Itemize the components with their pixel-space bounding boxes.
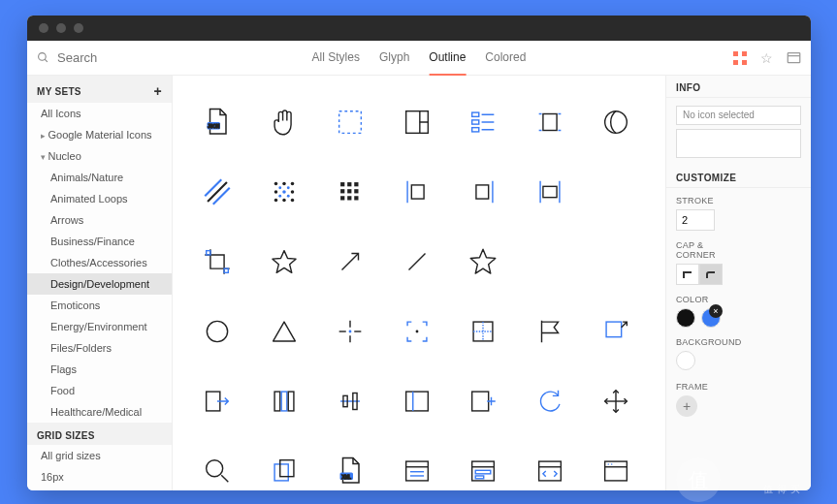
cap-round-button[interactable] xyxy=(699,264,723,285)
svg-line-1 xyxy=(45,59,48,62)
svg-point-21 xyxy=(605,111,628,134)
top-toolbar: All Styles Glyph Outline Colored ☆ xyxy=(27,41,811,76)
tab-outline[interactable]: Outline xyxy=(429,41,466,76)
traffic-light-close[interactable] xyxy=(39,23,48,33)
sidebar-item-emoticons[interactable]: Emoticons xyxy=(27,295,172,316)
sidebar-item-arrows[interactable]: Arrows xyxy=(27,209,172,231)
svg-text:JSON: JSON xyxy=(208,124,219,129)
add-frame-button[interactable]: + xyxy=(676,395,697,417)
icon-matrix-dots[interactable] xyxy=(261,169,307,215)
icon-align-left-rect[interactable] xyxy=(394,169,440,215)
icon-ball[interactable] xyxy=(593,99,639,145)
svg-text:XML: XML xyxy=(342,475,352,480)
favorites-icon[interactable]: ☆ xyxy=(760,50,773,66)
icon-grid-9[interactable] xyxy=(327,169,373,215)
folder-icon[interactable] xyxy=(787,51,801,64)
icon-triangle[interactable] xyxy=(261,308,307,355)
stroke-input[interactable] xyxy=(676,209,715,231)
icon-refresh[interactable] xyxy=(527,378,573,425)
sidebar-item-business[interactable]: Business/Finance xyxy=(27,231,172,252)
icon-circle[interactable] xyxy=(194,308,241,355)
search-input[interactable] xyxy=(55,49,162,66)
icon-center-square[interactable] xyxy=(460,308,506,355)
icon-note-expand[interactable] xyxy=(593,308,639,355)
sidebar-item-design[interactable]: Design/Development xyxy=(27,273,172,295)
traffic-light-min[interactable] xyxy=(56,23,66,33)
svg-point-25 xyxy=(274,182,277,186)
svg-rect-44 xyxy=(340,196,344,200)
size-all[interactable]: All grid sizes xyxy=(27,445,172,466)
icon-star-solid[interactable] xyxy=(460,238,506,285)
svg-rect-48 xyxy=(411,185,424,199)
icon-blank xyxy=(593,238,639,285)
add-set-button[interactable]: + xyxy=(154,83,162,99)
svg-rect-40 xyxy=(354,182,358,186)
svg-point-28 xyxy=(274,190,277,194)
icon-browser[interactable] xyxy=(593,448,639,490)
icon-json-doc[interactable]: JSON xyxy=(194,99,241,145)
grid-view-icon[interactable] xyxy=(733,51,747,65)
icon-crop[interactable] xyxy=(194,238,241,285)
size-24[interactable]: 24px xyxy=(27,488,172,490)
background-swatch[interactable] xyxy=(676,351,695,370)
sidebar-nucleo[interactable]: Nucleo xyxy=(27,145,172,167)
sidebar-item-clothes[interactable]: Clothes/Accessories xyxy=(27,252,172,273)
icon-move[interactable] xyxy=(593,378,639,425)
sidebar-item-animals[interactable]: Animals/Nature xyxy=(27,167,172,188)
icon-crosshair[interactable] xyxy=(327,308,373,355)
icon-focus[interactable] xyxy=(394,308,440,355)
sidebar-all-icons[interactable]: All Icons xyxy=(27,103,172,124)
icon-align-h[interactable] xyxy=(327,378,373,425)
icon-window-list[interactable] xyxy=(394,448,440,490)
primary-color-swatch[interactable] xyxy=(676,308,695,328)
icon-exit-right[interactable] xyxy=(194,378,241,425)
icon-window-form[interactable] xyxy=(460,448,506,490)
svg-rect-16 xyxy=(543,114,557,131)
icon-layout-right[interactable] xyxy=(394,99,440,145)
svg-rect-76 xyxy=(405,392,428,411)
icon-hand[interactable] xyxy=(261,99,307,145)
sidebar-item-healthcare[interactable]: Healthcare/Medical xyxy=(27,401,172,423)
tab-all-styles[interactable]: All Styles xyxy=(312,41,360,76)
icon-arrow-ne[interactable] xyxy=(327,238,373,285)
icon-list-rows[interactable] xyxy=(460,99,506,145)
icon-selection[interactable] xyxy=(327,99,373,145)
icon-copy-back[interactable] xyxy=(261,448,307,490)
sidebar-item-files[interactable]: Files/Folders xyxy=(27,337,172,359)
icon-code-window[interactable] xyxy=(527,448,573,490)
sidebar-item-food[interactable]: Food xyxy=(27,380,172,401)
icon-align-sides[interactable] xyxy=(527,169,573,215)
cap-square-button[interactable] xyxy=(676,264,699,285)
svg-rect-83 xyxy=(274,464,288,481)
icon-align-right-rect[interactable] xyxy=(460,169,506,215)
size-16[interactable]: 16px xyxy=(27,466,172,488)
icon-artboard[interactable] xyxy=(527,99,573,145)
icon-columns[interactable] xyxy=(261,378,307,425)
style-tabs: All Styles Glyph Outline Colored xyxy=(312,41,527,76)
icon-sidebar-left[interactable] xyxy=(394,378,440,425)
svg-rect-68 xyxy=(607,322,623,337)
icon-canvas: JSONXML HEX ↗ + xyxy=(173,76,665,490)
icon-flag[interactable] xyxy=(527,308,573,355)
icon-xml[interactable]: XML xyxy=(327,448,373,490)
remove-color-icon[interactable]: × xyxy=(709,304,723,318)
svg-rect-93 xyxy=(475,470,491,474)
sidebar-google-material[interactable]: Google Material Icons xyxy=(27,124,172,145)
icon-stripes-diag[interactable] xyxy=(194,169,241,215)
search-field[interactable] xyxy=(37,49,192,66)
icon-line[interactable] xyxy=(394,238,440,285)
svg-point-34 xyxy=(278,186,281,189)
sidebar-item-energy[interactable]: Energy/Environment xyxy=(27,316,172,337)
info-header: INFO xyxy=(666,76,811,98)
icon-zoom[interactable] xyxy=(194,448,241,490)
icon-add-panel[interactable] xyxy=(460,378,506,425)
my-sets-label: MY SETS xyxy=(37,86,81,97)
icon-star-outline[interactable] xyxy=(261,238,307,285)
tab-glyph[interactable]: Glyph xyxy=(379,41,409,76)
tab-colored[interactable]: Colored xyxy=(485,41,526,76)
svg-rect-84 xyxy=(279,460,293,477)
svg-rect-94 xyxy=(475,476,484,479)
traffic-light-max[interactable] xyxy=(74,23,83,33)
sidebar-item-animated[interactable]: Animated Loops xyxy=(27,188,172,209)
sidebar-item-flags[interactable]: Flags xyxy=(27,359,172,380)
